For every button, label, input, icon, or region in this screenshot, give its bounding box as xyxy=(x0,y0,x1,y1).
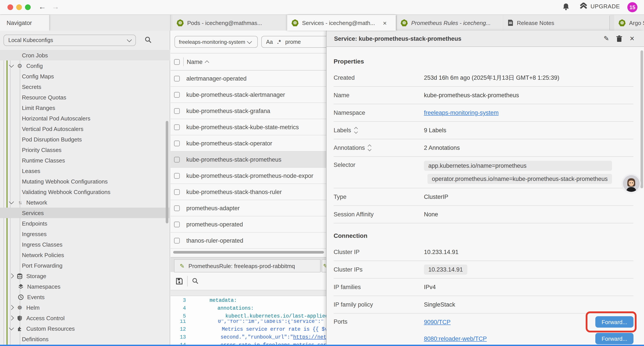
sidebar-item-ingress-classes[interactable]: Ingress Classes xyxy=(0,239,170,250)
sidebar-item-services[interactable]: Services xyxy=(0,208,170,218)
close-icon[interactable]: × xyxy=(630,34,634,43)
row-checkbox[interactable] xyxy=(174,124,180,130)
sidebar-item-config-maps[interactable]: Config Maps xyxy=(0,71,170,81)
sidebar-item-port-forwarding[interactable]: Port Forwarding xyxy=(0,260,170,271)
sidebar-item-ingresses[interactable]: Ingresses xyxy=(0,229,170,239)
table-row[interactable]: prometheus-adapter xyxy=(170,200,326,216)
table-row[interactable]: kube-prometheus-stack-thanos-ruler xyxy=(170,184,326,200)
close-window-traffic-light[interactable] xyxy=(8,4,13,10)
expand-collapse-icon[interactable] xyxy=(368,145,371,151)
maximize-window-traffic-light[interactable] xyxy=(25,4,31,10)
sidebar-item-namespaces[interactable]: Namespaces xyxy=(0,281,170,292)
sidebar-item-storage[interactable]: Storage xyxy=(0,271,170,281)
tab-prometheus-rules[interactable]: ☸ Prometheus Rules - icecheng... xyxy=(396,15,503,31)
sidebar-item-limit-ranges[interactable]: Limit Ranges xyxy=(0,102,170,113)
tab-release-notes[interactable]: Release Notes xyxy=(503,15,609,31)
port-link-8080[interactable]: 8080:reloader-web/TCP xyxy=(424,335,487,342)
sidebar-item-helm[interactable]: ☸ Helm xyxy=(0,302,170,313)
forward-button-9090[interactable]: Forward... xyxy=(595,316,634,328)
sidebar-item-validating-webhook-configurations[interactable]: Validating Webhook Configurations xyxy=(0,187,170,197)
sidebar-item-access-control[interactable]: Access Control xyxy=(0,313,170,323)
tab-argo[interactable]: ☸ Argo Se xyxy=(614,15,644,31)
close-tab-icon[interactable]: × xyxy=(383,19,387,26)
select-all-checkbox[interactable] xyxy=(174,59,180,65)
table-row[interactable]: kube-prometheus-stack-grafana xyxy=(170,103,326,119)
forward-button-8080[interactable]: Forward... xyxy=(595,333,634,344)
chevron-right-icon[interactable] xyxy=(9,305,14,310)
property-row-session-affinity: Session Affinity None xyxy=(334,206,634,223)
chevron-down-icon[interactable] xyxy=(9,199,14,204)
sidebar-item-priority-classes[interactable]: Priority Classes xyxy=(0,145,170,155)
table-row[interactable]: thanos-ruler-operated xyxy=(170,233,326,249)
sidebar-item-endpoints[interactable]: Endpoints xyxy=(0,218,170,229)
horizontal-scrollbar-thumb[interactable] xyxy=(173,251,324,254)
row-checkbox[interactable] xyxy=(174,92,180,97)
editor-code-area[interactable]: 3metadata: 4annotations: 5kubectl.kubern… xyxy=(170,296,326,346)
row-checkbox[interactable] xyxy=(174,75,180,81)
editor-tab-partial[interactable]: ✎ xyxy=(322,259,326,272)
sidebar-item-vertical-pod-autoscalers[interactable]: Vertical Pod Autoscalers xyxy=(0,123,170,134)
sidebar-item-network-policies[interactable]: Network Policies xyxy=(0,250,170,260)
kubeconfig-select[interactable]: Local Kubeconfigs xyxy=(4,34,136,46)
sidebar-item-cron-jobs[interactable]: Cron Jobs xyxy=(0,50,170,60)
delete-trash-icon[interactable] xyxy=(616,35,622,42)
editor-tab-prometheusrule[interactable]: ✎ PrometheusRule: freeleaps-prod-rabbitm… xyxy=(174,259,320,272)
namespace-link[interactable]: freeleaps-monitoring-system xyxy=(424,109,499,116)
chevron-down-icon[interactable] xyxy=(9,63,14,68)
row-checkbox[interactable] xyxy=(174,173,180,178)
table-row[interactable]: kube-prometheus-stack-alertmanager xyxy=(170,87,326,103)
sidebar-scrollbar-thumb[interactable] xyxy=(166,121,168,223)
row-checkbox[interactable] xyxy=(174,157,180,162)
table-row[interactable]: kube-prometheus-stack-kube-state-metrics xyxy=(170,119,326,135)
row-checkbox[interactable] xyxy=(174,221,180,227)
notification-count-badge[interactable]: 15 xyxy=(627,2,638,12)
table-row[interactable]: kube-prometheus-stack-operator xyxy=(170,135,326,152)
sidebar-item-network[interactable]: ↑↓ Network xyxy=(0,197,170,208)
sidebar-item-mutating-webhook-configurations[interactable]: Mutating Webhook Configurations xyxy=(0,176,170,187)
sidebar-item-definitions[interactable]: Definitions xyxy=(0,334,170,344)
row-checkbox[interactable] xyxy=(174,205,180,211)
sidebar-search-icon[interactable] xyxy=(145,36,152,43)
search-input[interactable]: Aa .* prome xyxy=(261,36,326,48)
tab-navigator[interactable]: Navigator xyxy=(0,15,49,31)
table-row-selected[interactable]: kube-prometheus-stack-prometheus xyxy=(170,152,326,168)
sidebar-item-custom-resources[interactable]: Custom Resources xyxy=(0,323,170,334)
sidebar-item-secrets[interactable]: Secrets xyxy=(0,81,170,92)
sidebar-item-resource-quotas[interactable]: Resource Quotas xyxy=(0,92,170,102)
edit-pencil-icon[interactable]: ✎ xyxy=(604,34,609,42)
chevron-right-icon[interactable] xyxy=(9,274,14,279)
match-case-toggle[interactable]: Aa xyxy=(266,39,273,45)
upgrade-button[interactable]: UPGRADE xyxy=(580,3,620,10)
forward-arrow-icon[interactable]: → xyxy=(52,2,59,12)
sidebar-item-leases[interactable]: Leases xyxy=(0,166,170,176)
sidebar-item-events[interactable]: Events xyxy=(0,292,170,302)
search-query: prome xyxy=(285,39,301,45)
expand-collapse-icon[interactable] xyxy=(355,127,357,133)
row-checkbox[interactable] xyxy=(174,108,180,114)
details-scrollbar-thumb[interactable] xyxy=(640,50,643,188)
sidebar-item-pod-disruption-budgets[interactable]: Pod Disruption Budgets xyxy=(0,134,170,145)
chevron-right-icon[interactable] xyxy=(9,316,14,321)
chevron-down-icon[interactable] xyxy=(9,326,14,331)
sidebar-item-config[interactable]: ⚙ Config xyxy=(0,60,170,71)
table-row[interactable]: alertmanager-operated xyxy=(170,70,326,87)
column-header-name[interactable]: Name xyxy=(187,58,209,65)
row-checkbox[interactable] xyxy=(174,238,180,243)
tab-services[interactable]: ☸ Services - icecheng@math... × xyxy=(287,15,396,31)
minimize-window-traffic-light[interactable] xyxy=(16,4,22,10)
notifications-bell-icon[interactable] xyxy=(562,3,570,11)
regex-toggle[interactable]: .* xyxy=(277,39,281,45)
table-row[interactable]: kube-prometheus-stack-prometheus-node-ex… xyxy=(170,168,326,184)
port-link-9090[interactable]: 9090/TCP xyxy=(424,319,451,325)
row-checkbox[interactable] xyxy=(174,140,180,146)
back-arrow-icon[interactable]: ← xyxy=(38,2,46,12)
table-row[interactable]: prometheus-operated xyxy=(170,216,326,233)
user-avatar[interactable] xyxy=(623,175,640,192)
editor-search-icon[interactable] xyxy=(192,278,198,284)
sidebar-item-runtime-classes[interactable]: Runtime Classes xyxy=(0,155,170,166)
tab-pods[interactable]: ☸ Pods - icecheng@mathmas... xyxy=(172,15,287,31)
save-icon[interactable] xyxy=(176,278,183,285)
sidebar-item-horizontal-pod-autoscalers[interactable]: Horizontal Pod Autoscalers xyxy=(0,113,170,123)
row-checkbox[interactable] xyxy=(174,189,180,195)
namespace-select[interactable]: freeleaps-monitoring-system xyxy=(174,36,258,48)
